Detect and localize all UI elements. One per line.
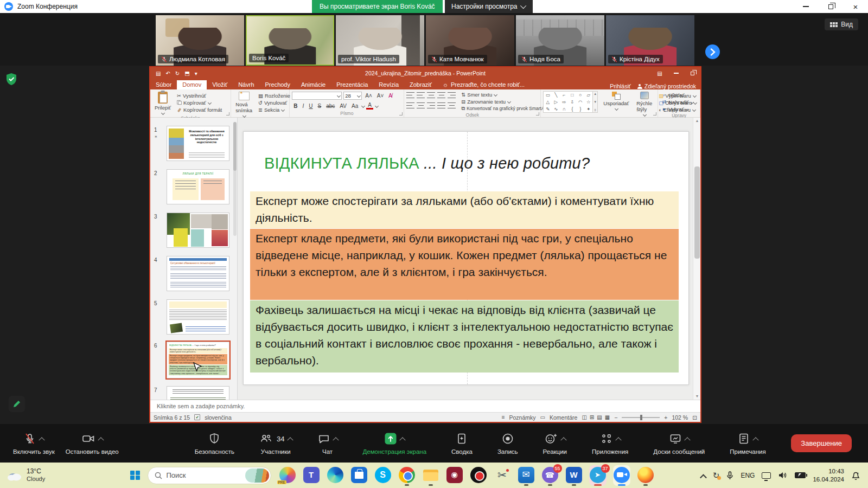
slide-paragraph-1[interactable]: Експерт може спостерігати за ляльками (а… — [250, 191, 679, 228]
dialog-launcher-icon[interactable] — [226, 112, 229, 115]
thumbnail-panel-scrollbar[interactable] — [233, 122, 237, 236]
zoom-out-button[interactable]: − — [614, 414, 617, 421]
slide-sorter-view-button[interactable]: ⊞ — [590, 414, 594, 420]
font-size-select[interactable]: 28 — [343, 92, 362, 100]
tab-file[interactable]: Súbor — [150, 80, 177, 89]
taskbar-skype[interactable]: S — [374, 465, 392, 486]
tab-transitions[interactable]: Prechody — [260, 80, 296, 89]
taskbar-teams[interactable]: T — [303, 465, 320, 486]
align-left-icon[interactable] — [406, 102, 414, 108]
language-indicator[interactable]: ENG — [741, 472, 755, 479]
thumbnail-slide-7[interactable] — [167, 386, 229, 400]
cut-button[interactable]: ✂Vystrihnúť — [176, 92, 223, 99]
taskbar-snip[interactable]: ✂ — [494, 465, 511, 486]
participant-video-4[interactable]: Надя Боса — [516, 15, 604, 66]
replace-button[interactable]: ⇄Nahradiť — [660, 99, 698, 105]
participant-video-0[interactable]: Людмила Котловая — [156, 15, 244, 66]
strikethrough-button[interactable]: abc — [324, 103, 336, 109]
minimize-button[interactable] — [793, 0, 818, 13]
whiteboards-button[interactable]: Доски сообщений — [648, 429, 710, 457]
restore-button[interactable] — [818, 0, 843, 13]
ppt-minimize-button[interactable] — [668, 67, 684, 79]
bullets-icon[interactable] — [406, 92, 414, 98]
zoom-slider[interactable] — [622, 417, 660, 418]
end-meeting-button[interactable]: Завершение — [791, 434, 852, 452]
chevron-up-icon[interactable] — [98, 437, 104, 443]
share-screen-button[interactable]: Демонстрация экрана — [358, 429, 432, 457]
font-color-button[interactable]: A — [366, 102, 373, 110]
new-slide-button[interactable]: Nová snímka — [233, 91, 254, 118]
increase-indent-icon[interactable] — [437, 92, 445, 98]
scrollbar-thumb[interactable] — [694, 166, 700, 259]
search-highlight-image[interactable] — [245, 468, 269, 483]
search-box[interactable]: Поиск — [148, 467, 271, 484]
clock[interactable]: 10:43 16.04.2024 — [813, 467, 844, 483]
tab-design[interactable]: Návrh — [233, 80, 259, 89]
shapes-scroll[interactable]: ▲▼≡ — [593, 91, 598, 113]
tab-home[interactable]: Domov — [177, 80, 207, 89]
line-spacing-icon[interactable] — [448, 92, 456, 98]
slide-title[interactable]: ВІДКИНУТА ЛЯЛЬКА ... І що з нею робити? — [264, 155, 672, 172]
notes-pane[interactable]: Kliknite sem a zadajte poznámky. — [150, 400, 700, 412]
dialog-launcher-icon[interactable] — [653, 112, 656, 115]
participants-button[interactable]: 34 Участники — [254, 429, 297, 457]
taskbar-store[interactable] — [350, 465, 368, 486]
security-button[interactable]: Безопасность — [189, 429, 240, 457]
tab-view[interactable]: Zobraziť — [404, 80, 437, 89]
tray-overflow-chevron[interactable] — [700, 474, 707, 481]
taskbar-chrome[interactable] — [398, 465, 416, 486]
chevron-up-icon[interactable] — [615, 437, 621, 443]
tab-review[interactable]: Revízia — [373, 80, 404, 89]
dialog-launcher-icon[interactable] — [399, 112, 403, 115]
language-indicator[interactable]: slovenčina — [205, 414, 232, 421]
annotations-button[interactable]: Примечания — [724, 429, 771, 457]
ppt-restore-button[interactable] — [684, 67, 700, 79]
spellcheck-icon[interactable]: ✔ — [194, 414, 200, 420]
decrease-indent-icon[interactable] — [427, 92, 435, 98]
start-slideshow-icon[interactable]: ⬒ — [184, 70, 189, 76]
comments-toggle[interactable]: Komentáre — [550, 414, 577, 421]
shadow-button[interactable]: S — [316, 103, 323, 109]
slide-paragraph-3[interactable]: Фахівець залишається на місці і чекає на… — [250, 300, 679, 373]
find-button[interactable]: ⌕Hľadať — [660, 92, 698, 98]
notes-toggle[interactable]: Poznámky — [509, 414, 536, 421]
apps-button[interactable]: Приложения — [586, 429, 634, 457]
tray-microphone-icon[interactable] — [726, 471, 733, 480]
columns-icon[interactable] — [448, 102, 456, 108]
arrange-button[interactable]: Usporiadať — [601, 91, 631, 111]
thumbnail-slide-5[interactable] — [167, 299, 229, 335]
italic-button[interactable]: I — [301, 103, 306, 109]
current-slide-canvas[interactable]: ВІДКИНУТА ЛЯЛЬКА ... І що з нею робити? … — [243, 131, 689, 385]
unmute-button[interactable]: Включить звук — [8, 429, 60, 457]
redo-icon[interactable]: ↻ — [175, 70, 180, 76]
paste-button[interactable]: Prilepiť — [152, 91, 173, 115]
thumbnail-slide-6-selected[interactable]: ВІДКИНУТА ЛЯЛЬКА ... І що з нею робити? … — [167, 342, 229, 378]
tab-animations[interactable]: Animácie — [296, 80, 331, 89]
slideshow-view-button[interactable]: ▦ — [605, 414, 610, 420]
reactions-button[interactable]: Реакции — [538, 429, 572, 457]
ribbon-display-options[interactable]: ▤ — [652, 67, 668, 79]
text-direction-button[interactable]: ⇅Smer textu — [460, 91, 553, 98]
dialog-launcher-icon[interactable] — [536, 112, 539, 115]
zoom-percentage[interactable]: 102 % — [672, 414, 688, 421]
weather-widget[interactable]: 13°C Cloudy — [7, 468, 115, 482]
participant-video-3[interactable]: Катя Мовчанюк — [426, 15, 514, 66]
underline-button[interactable]: U — [307, 103, 314, 109]
taskbar-telegram[interactable]: ➤37 — [589, 465, 607, 486]
align-right-icon[interactable] — [427, 102, 435, 108]
view-options-button[interactable]: Настройки просмотра — [445, 0, 533, 13]
thumbnail-slide-3[interactable] — [167, 213, 229, 248]
format-painter-button[interactable]: Kopírovať formát — [176, 106, 223, 113]
close-button[interactable]: × — [843, 0, 868, 13]
shrink-font-button[interactable]: A˅ — [375, 93, 386, 99]
grow-font-button[interactable]: A˄ — [363, 93, 374, 99]
record-button[interactable]: Запись — [492, 429, 524, 457]
taskbar-mail[interactable] — [518, 465, 535, 486]
chevron-up-icon[interactable] — [287, 437, 293, 443]
summary-button[interactable]: Сводка — [446, 429, 478, 457]
scroll-down-icon[interactable]: ▼ — [693, 393, 701, 400]
taskbar-edge[interactable] — [327, 465, 344, 486]
justify-icon[interactable] — [437, 102, 445, 108]
font-name-select[interactable] — [292, 92, 342, 100]
chevron-up-icon[interactable] — [753, 437, 759, 443]
